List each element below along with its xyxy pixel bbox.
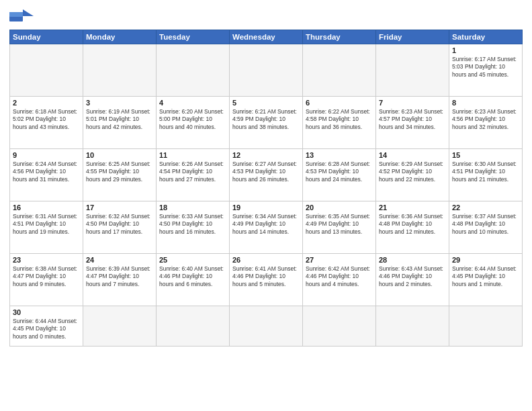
weekday-header-row: Sunday Monday Tuesday Wednesday Thursday…: [10, 30, 523, 44]
calendar-day-cell: [449, 306, 523, 347]
day-info: Sunrise: 6:28 AM Sunset: 4:53 PM Dayligh…: [306, 161, 373, 183]
day-number: 8: [452, 99, 519, 107]
calendar-day-cell: 5Sunrise: 6:21 AM Sunset: 4:59 PM Daylig…: [230, 97, 303, 149]
day-number: 3: [86, 99, 153, 107]
calendar-day-cell: 4Sunrise: 6:20 AM Sunset: 5:00 PM Daylig…: [157, 97, 230, 149]
day-info: Sunrise: 6:39 AM Sunset: 4:47 PM Dayligh…: [86, 265, 153, 288]
calendar-day-cell: [157, 306, 230, 347]
day-number: 2: [13, 99, 80, 107]
day-info: Sunrise: 6:44 AM Sunset: 4:45 PM Dayligh…: [452, 265, 519, 288]
day-number: 18: [159, 203, 226, 212]
day-number: 4: [159, 99, 226, 107]
day-number: 19: [232, 203, 300, 212]
calendar-week-row: 23Sunrise: 6:38 AM Sunset: 4:47 PM Dayli…: [10, 254, 523, 306]
calendar-day-cell: [230, 306, 303, 347]
calendar-day-cell: 22Sunrise: 6:37 AM Sunset: 4:48 PM Dayli…: [449, 201, 523, 254]
day-number: 26: [232, 256, 300, 264]
calendar-day-cell: [376, 306, 449, 347]
calendar-day-cell: [83, 44, 157, 97]
day-info: Sunrise: 6:33 AM Sunset: 4:50 PM Dayligh…: [159, 213, 226, 236]
day-info: Sunrise: 6:26 AM Sunset: 4:54 PM Dayligh…: [159, 161, 226, 183]
header-sunday: Sunday: [10, 30, 83, 44]
calendar-day-cell: 10Sunrise: 6:25 AM Sunset: 4:55 PM Dayli…: [83, 149, 157, 201]
calendar-day-cell: 24Sunrise: 6:39 AM Sunset: 4:47 PM Dayli…: [83, 254, 157, 306]
calendar-week-row: 1Sunrise: 6:17 AM Sunset: 5:03 PM Daylig…: [10, 44, 523, 97]
day-number: 7: [379, 99, 446, 107]
calendar-day-cell: 28Sunrise: 6:43 AM Sunset: 4:46 PM Dayli…: [376, 254, 449, 306]
day-number: 13: [306, 151, 373, 159]
day-info: Sunrise: 6:21 AM Sunset: 4:59 PM Dayligh…: [232, 108, 300, 131]
calendar-week-row: 2Sunrise: 6:18 AM Sunset: 5:02 PM Daylig…: [10, 97, 523, 149]
calendar-day-cell: [10, 44, 83, 97]
day-number: 11: [159, 151, 226, 159]
calendar-day-cell: 29Sunrise: 6:44 AM Sunset: 4:45 PM Dayli…: [449, 254, 523, 306]
day-number: 25: [159, 256, 226, 264]
day-number: 27: [306, 256, 373, 264]
day-number: 23: [13, 256, 80, 264]
day-number: 30: [13, 308, 80, 316]
day-number: 20: [306, 203, 373, 212]
day-info: Sunrise: 6:25 AM Sunset: 4:55 PM Dayligh…: [86, 161, 153, 183]
calendar-day-cell: 16Sunrise: 6:31 AM Sunset: 4:51 PM Dayli…: [10, 201, 83, 254]
day-info: Sunrise: 6:27 AM Sunset: 4:53 PM Dayligh…: [232, 161, 300, 183]
header-wednesday: Wednesday: [230, 30, 303, 44]
header-friday: Friday: [376, 30, 449, 44]
calendar-table: Sunday Monday Tuesday Wednesday Thursday…: [9, 30, 523, 347]
svg-marker-1: [23, 9, 34, 16]
day-info: Sunrise: 6:36 AM Sunset: 4:48 PM Dayligh…: [379, 213, 446, 236]
day-info: Sunrise: 6:29 AM Sunset: 4:52 PM Dayligh…: [379, 161, 446, 183]
calendar-day-cell: [230, 44, 303, 97]
day-info: Sunrise: 6:42 AM Sunset: 4:46 PM Dayligh…: [306, 265, 373, 288]
day-info: Sunrise: 6:37 AM Sunset: 4:48 PM Dayligh…: [452, 213, 519, 236]
day-number: 5: [232, 99, 300, 107]
day-info: Sunrise: 6:32 AM Sunset: 4:50 PM Dayligh…: [86, 213, 153, 236]
calendar-week-row: 16Sunrise: 6:31 AM Sunset: 4:51 PM Dayli…: [10, 201, 523, 254]
day-info: Sunrise: 6:43 AM Sunset: 4:46 PM Dayligh…: [379, 265, 446, 288]
calendar-day-cell: 23Sunrise: 6:38 AM Sunset: 4:47 PM Dayli…: [10, 254, 83, 306]
day-info: Sunrise: 6:23 AM Sunset: 4:57 PM Dayligh…: [379, 108, 446, 131]
calendar-day-cell: [303, 44, 376, 97]
logo: [9, 7, 36, 26]
day-info: Sunrise: 6:40 AM Sunset: 4:46 PM Dayligh…: [159, 265, 226, 288]
day-number: 14: [379, 151, 446, 159]
day-number: 28: [379, 256, 446, 264]
day-info: Sunrise: 6:23 AM Sunset: 4:56 PM Dayligh…: [452, 108, 519, 131]
day-info: Sunrise: 6:44 AM Sunset: 4:45 PM Dayligh…: [13, 318, 80, 340]
header-saturday: Saturday: [449, 30, 523, 44]
day-number: 15: [452, 151, 519, 159]
calendar-day-cell: [303, 306, 376, 347]
calendar-day-cell: 14Sunrise: 6:29 AM Sunset: 4:52 PM Dayli…: [376, 149, 449, 201]
calendar-day-cell: [376, 44, 449, 97]
calendar-day-cell: 25Sunrise: 6:40 AM Sunset: 4:46 PM Dayli…: [157, 254, 230, 306]
day-info: Sunrise: 6:31 AM Sunset: 4:51 PM Dayligh…: [13, 213, 80, 236]
day-info: Sunrise: 6:20 AM Sunset: 5:00 PM Dayligh…: [159, 108, 226, 131]
day-number: 16: [13, 203, 80, 212]
calendar-day-cell: 27Sunrise: 6:42 AM Sunset: 4:46 PM Dayli…: [303, 254, 376, 306]
header: [9, 7, 523, 26]
calendar-day-cell: 17Sunrise: 6:32 AM Sunset: 4:50 PM Dayli…: [83, 201, 157, 254]
day-number: 1: [452, 46, 519, 54]
day-info: Sunrise: 6:41 AM Sunset: 4:46 PM Dayligh…: [232, 265, 300, 288]
day-number: 10: [86, 151, 153, 159]
calendar-day-cell: 9Sunrise: 6:24 AM Sunset: 4:56 PM Daylig…: [10, 149, 83, 201]
day-number: 29: [452, 256, 519, 264]
calendar-day-cell: 13Sunrise: 6:28 AM Sunset: 4:53 PM Dayli…: [303, 149, 376, 201]
header-tuesday: Tuesday: [157, 30, 230, 44]
day-info: Sunrise: 6:30 AM Sunset: 4:51 PM Dayligh…: [452, 161, 519, 183]
calendar-week-row: 9Sunrise: 6:24 AM Sunset: 4:56 PM Daylig…: [10, 149, 523, 201]
calendar-day-cell: [83, 306, 157, 347]
svg-rect-2: [9, 12, 23, 17]
day-number: 12: [232, 151, 300, 159]
page: Sunday Monday Tuesday Wednesday Thursday…: [0, 0, 532, 411]
calendar-day-cell: 1Sunrise: 6:17 AM Sunset: 5:03 PM Daylig…: [449, 44, 523, 97]
calendar-day-cell: 21Sunrise: 6:36 AM Sunset: 4:48 PM Dayli…: [376, 201, 449, 254]
day-info: Sunrise: 6:18 AM Sunset: 5:02 PM Dayligh…: [13, 108, 80, 131]
calendar-day-cell: 8Sunrise: 6:23 AM Sunset: 4:56 PM Daylig…: [449, 97, 523, 149]
calendar-day-cell: 12Sunrise: 6:27 AM Sunset: 4:53 PM Dayli…: [230, 149, 303, 201]
day-number: 17: [86, 203, 153, 212]
calendar-day-cell: 20Sunrise: 6:35 AM Sunset: 4:49 PM Dayli…: [303, 201, 376, 254]
calendar-day-cell: 11Sunrise: 6:26 AM Sunset: 4:54 PM Dayli…: [157, 149, 230, 201]
calendar-day-cell: 6Sunrise: 6:22 AM Sunset: 4:58 PM Daylig…: [303, 97, 376, 149]
calendar-day-cell: 19Sunrise: 6:34 AM Sunset: 4:49 PM Dayli…: [230, 201, 303, 254]
calendar-day-cell: 15Sunrise: 6:30 AM Sunset: 4:51 PM Dayli…: [449, 149, 523, 201]
